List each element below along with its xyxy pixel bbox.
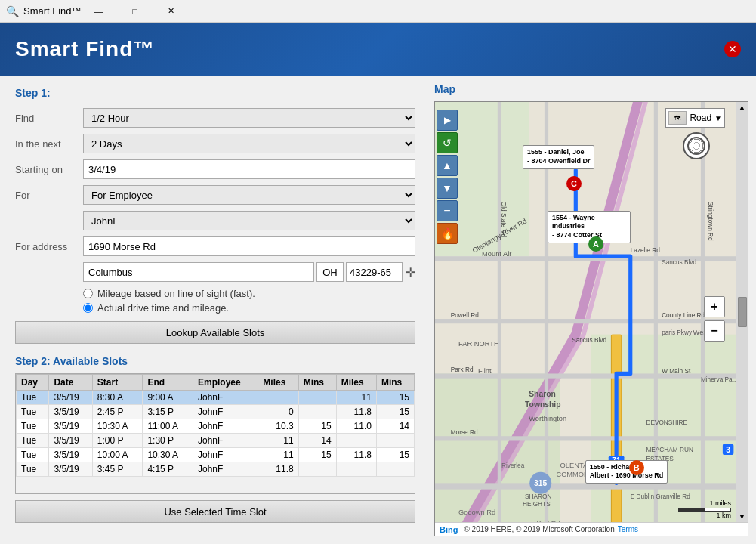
scale-km: 1 km: [716, 512, 731, 519]
svg-text:Sancus Blvd: Sancus Blvd: [572, 337, 606, 344]
map-label-c: 1555 - Daniel, Joe- 8704 Owenfield Dr: [523, 145, 595, 168]
svg-text:Lazelle Rd: Lazelle Rd: [631, 247, 660, 254]
use-slot-button[interactable]: Use Selected Time Slot: [15, 500, 415, 523]
radio-actual-label: Actual drive time and mileage.: [97, 302, 229, 314]
svg-text:Worthington: Worthington: [529, 415, 566, 422]
map-down-btn[interactable]: ▼: [437, 178, 458, 199]
find-select[interactable]: 1/2 Hour 1 Hour 2 Hours: [83, 108, 415, 128]
svg-text:MEACHAM RUN: MEACHAM RUN: [646, 447, 693, 453]
map-label-a: 1554 - Wayne Industries- 8774 Cotter St: [548, 211, 631, 243]
for-select[interactable]: For Employee For Location For Client: [83, 185, 415, 205]
svg-text:Godown Rd: Godown Rd: [458, 508, 495, 516]
app-icon: 🔍: [6, 5, 19, 17]
maximize-button[interactable]: □: [118, 0, 153, 23]
map-refresh-btn[interactable]: ↺: [437, 132, 458, 153]
slots-table-container[interactable]: Day Date Start End Employee Miles Mins M…: [15, 373, 415, 494]
title-bar: 🔍 Smart Find™ — □ ✕: [0, 0, 756, 23]
in-the-next-select[interactable]: 2 Days 1 Day 3 Days: [83, 134, 415, 153]
table-row[interactable]: Tue 3/5/19 8:30 A 9:00 A JohnF 11 15: [17, 391, 415, 405]
employee-select[interactable]: JohnF JaneD BobS: [83, 211, 415, 230]
svg-text:Stringtown Rd: Stringtown Rd: [707, 202, 714, 241]
svg-text:Sharon: Sharon: [529, 391, 556, 399]
svg-text:Morse Rd: Morse Rd: [451, 429, 478, 436]
table-row[interactable]: Tue 3/5/19 1:00 P 1:30 P JohnF 11 14: [17, 434, 415, 448]
step1-label: Step 1:: [15, 87, 415, 99]
main-content: Step 1: Find 1/2 Hour 1 Hour 2 Hours In …: [0, 76, 756, 544]
right-panel: Map: [430, 76, 756, 544]
table-row[interactable]: Tue 3/5/19 2:45 P 3:15 P JohnF 0 11.8 15: [17, 405, 415, 419]
starting-on-input[interactable]: [83, 159, 415, 179]
app-header: Smart Find™ ✕: [0, 23, 756, 76]
radio-mileage-label: Mileage based on line of sight (fast).: [97, 288, 255, 299]
zoom-controls: + −: [704, 296, 725, 342]
col-start: Start: [92, 375, 143, 391]
compass-container: [683, 132, 710, 159]
svg-text:SHARON: SHARON: [525, 493, 551, 500]
map-type-label: Road: [690, 113, 711, 123]
find-label: Find: [15, 113, 83, 124]
map-container[interactable]: 315 71 3 Olentangy River Rd Old State Rd…: [434, 101, 748, 536]
svg-text:Mount Air: Mount Air: [482, 250, 511, 258]
location-button[interactable]: [683, 132, 710, 159]
city-state-row: ✛: [15, 262, 415, 282]
map-up-btn[interactable]: ▲: [437, 155, 458, 176]
address-label: For address: [15, 241, 83, 252]
col-end: End: [143, 375, 193, 391]
window-close-button[interactable]: ✕: [154, 0, 189, 23]
marker-b: B: [629, 460, 644, 475]
lookup-slots-button[interactable]: Lookup Available Slots: [15, 321, 415, 344]
header-close-button[interactable]: ✕: [724, 41, 741, 57]
map-type-arrow[interactable]: ▼: [714, 114, 722, 122]
for-address-row: For address: [15, 236, 415, 256]
marker-c: C: [566, 176, 582, 191]
table-row[interactable]: Tue 3/5/19 10:00 A 10:30 A JohnF 11 15 1…: [17, 448, 415, 462]
address-input[interactable]: [83, 236, 415, 256]
svg-text:W Main St: W Main St: [662, 368, 691, 375]
svg-text:Flint: Flint: [478, 367, 492, 375]
map-toolbar: ▶ ↺ ▲ ▼ − 🔥: [437, 110, 458, 244]
left-panel: Step 1: Find 1/2 Hour 1 Hour 2 Hours In …: [0, 76, 430, 544]
radio-mileage[interactable]: [83, 289, 93, 298]
svg-text:Powell Rd: Powell Rd: [451, 312, 480, 319]
in-the-next-label: In the next: [15, 138, 83, 150]
starting-on-label: Starting on: [15, 164, 83, 175]
zoom-out-button[interactable]: −: [704, 320, 725, 342]
map-minus-btn[interactable]: −: [437, 200, 458, 221]
svg-text:3: 3: [726, 446, 730, 454]
col-mins2: Mins: [376, 375, 414, 391]
city-input[interactable]: [83, 262, 314, 282]
bing-logo: Bing: [440, 525, 458, 534]
svg-text:DEVONSHIRE: DEVONSHIRE: [646, 419, 687, 426]
svg-text:paris Pkwy: paris Pkwy: [662, 329, 693, 336]
radio-actual[interactable]: [83, 303, 93, 313]
table-row[interactable]: Tue 3/5/19 10:30 A 11:00 A JohnF 10.3 15…: [17, 419, 415, 434]
col-day: Day: [17, 375, 49, 391]
for-label: For: [15, 190, 83, 201]
col-miles1: Miles: [258, 375, 298, 391]
title-bar-text: Smart Find™: [23, 5, 82, 17]
map-scrollbar[interactable]: ▲ ▼: [736, 102, 748, 522]
in-the-next-row: In the next 2 Days 1 Day 3 Days: [15, 134, 415, 153]
svg-text:315: 315: [534, 479, 548, 487]
state-input[interactable]: [316, 262, 344, 282]
find-row: Find 1/2 Hour 1 Hour 2 Hours: [15, 108, 415, 128]
radio-group: Mileage based on line of sight (fast). A…: [15, 288, 415, 314]
zoom-in-button[interactable]: +: [704, 296, 725, 317]
radio-actual-row: Actual drive time and mileage.: [83, 302, 415, 314]
map-arrow-btn[interactable]: ▶: [437, 110, 458, 131]
map-type-selector: 🗺 Road ▼: [665, 108, 725, 128]
table-header-row: Day Date Start End Employee Miles Mins M…: [17, 375, 415, 391]
table-row[interactable]: Tue 3/5/19 3:45 P 4:15 P JohnF 11.8: [17, 462, 415, 477]
col-employee: Employee: [193, 375, 258, 391]
svg-text:Sancus Blvd: Sancus Blvd: [662, 259, 696, 266]
map-copyright: © 2019 HERE, © 2019 Microsoft Corporatio…: [464, 525, 614, 533]
terms-link[interactable]: Terms: [618, 525, 638, 533]
zip-input[interactable]: [346, 262, 403, 282]
svg-text:Old State Rd: Old State Rd: [500, 202, 507, 238]
map-fire-btn[interactable]: 🔥: [437, 223, 458, 244]
for-row: For For Employee For Location For Client: [15, 185, 415, 205]
minimize-button[interactable]: —: [82, 0, 116, 23]
window-controls: — □ ✕: [82, 0, 189, 23]
step2-label: Step 2: Available Slots: [15, 355, 415, 367]
marker-a: A: [588, 236, 603, 252]
